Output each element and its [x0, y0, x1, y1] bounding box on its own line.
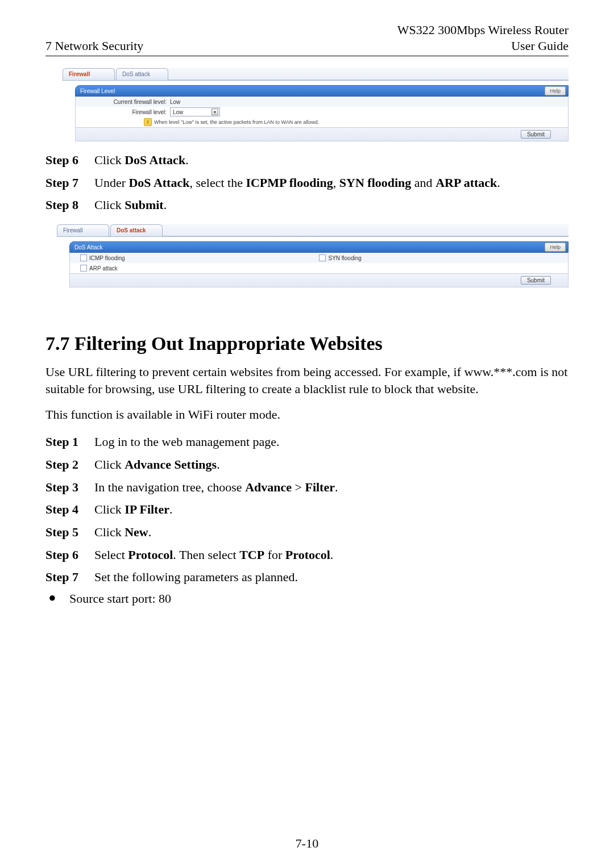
b-step3-text: In the navigation tree, choose Advance >…: [94, 479, 569, 496]
firewall-panel: Firewall DoS attack Firewall Level Help …: [63, 68, 569, 141]
b-step1-label: Step 1: [45, 433, 94, 450]
b-step7-label: Step 7: [45, 569, 94, 586]
tab-dos-attack[interactable]: DoS attack: [116, 68, 168, 80]
step6-text: Click DoS Attack.: [94, 152, 569, 169]
step7-text: Under DoS Attack, select the ICPMP flood…: [94, 174, 569, 191]
section-77-p1: Use URL filtering to prevent certain web…: [45, 364, 569, 397]
firewall-level-select-value: Low: [173, 109, 183, 115]
tab2-dos-attack[interactable]: DoS attack: [110, 224, 163, 236]
warning-icon: !: [144, 118, 152, 126]
b-step2-text: Click Advance Settings.: [94, 456, 569, 473]
step7-label: Step 7: [45, 174, 94, 191]
syn-flooding-label: SYN flooding: [328, 255, 361, 261]
b-step4-text: Click IP Filter.: [94, 501, 569, 518]
submit-button-2[interactable]: Submit: [521, 276, 551, 285]
step8-label: Step 8: [45, 197, 94, 214]
step8-text: Click Submit.: [94, 197, 569, 214]
doc-section-left: 7 Network Security: [45, 39, 143, 53]
submit-button[interactable]: Submit: [521, 130, 551, 139]
firewall-level-select[interactable]: Low ▼: [170, 107, 220, 116]
page-number: 7-10: [0, 836, 614, 851]
dos-bar-title: DoS Attack: [74, 244, 102, 251]
bullet-1: Source start port: 80: [59, 591, 171, 606]
current-level-label: Current firewall level:: [76, 99, 170, 105]
b-step2-label: Step 2: [45, 456, 94, 473]
b-step5-label: Step 5: [45, 524, 94, 541]
syn-flooding-checkbox[interactable]: [319, 254, 326, 261]
b-step5-text: Click New.: [94, 524, 569, 541]
b-step3-label: Step 3: [45, 479, 94, 496]
icmp-flooding-label: ICMP flooding: [89, 255, 125, 261]
arp-attack-label: ARP attack: [89, 265, 118, 272]
b-step1-text: Log in to the web management page.: [94, 433, 569, 450]
step6-label: Step 6: [45, 152, 94, 169]
current-level-value: Low: [170, 99, 180, 105]
tab-firewall[interactable]: Firewall: [63, 68, 115, 80]
section-77-p2: This function is available in WiFi route…: [45, 406, 569, 423]
firewall-level-label: Firewall level:: [76, 109, 170, 115]
doc-section-right: User Guide: [511, 39, 569, 53]
help-button-2[interactable]: Help: [545, 243, 566, 252]
tab2-firewall[interactable]: Firewall: [57, 224, 109, 236]
dos-panel: Firewall DoS attack DoS Attack Help ICMP…: [57, 224, 569, 287]
icmp-flooding-checkbox[interactable]: [80, 254, 87, 261]
b-step6-text: Select Protocol. Then select TCP for Pro…: [94, 546, 569, 564]
firewall-note: When level "Low" is set, the active pack…: [154, 119, 319, 125]
help-button[interactable]: Help: [545, 86, 566, 95]
doc-product: WS322 300Mbps Wireless Router: [45, 23, 569, 37]
bullet-icon: ●: [45, 591, 59, 604]
b-step6-label: Step 6: [45, 546, 94, 564]
firewall-bar-title: Firewall Level: [80, 88, 115, 94]
b-step7-text: Set the following parameters as planned.: [94, 569, 569, 586]
arp-attack-checkbox[interactable]: [80, 265, 87, 272]
b-step4-label: Step 4: [45, 501, 94, 518]
chevron-down-icon: ▼: [211, 108, 218, 115]
section-77-title: 7.7 Filtering Out Inappropriate Websites: [45, 333, 569, 354]
